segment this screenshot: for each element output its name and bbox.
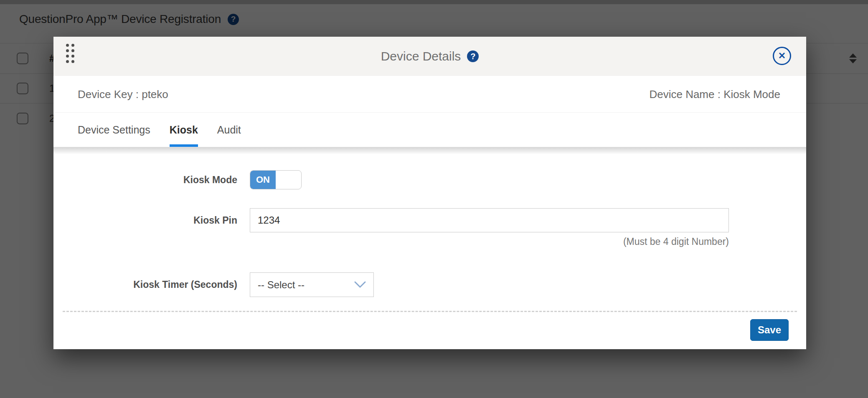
tabbar-shadow (53, 147, 806, 154)
device-key-label: Device Key : pteko (78, 76, 168, 113)
tab-kiosk[interactable]: Kiosk (170, 113, 198, 147)
device-name-label: Device Name : Kiosk Mode (649, 76, 780, 113)
kiosk-timer-value: -- Select -- (258, 279, 305, 291)
close-icon[interactable] (773, 47, 791, 65)
kiosk-pin-input[interactable] (250, 208, 729, 232)
kiosk-timer-label: Kiosk Timer (Seconds) (53, 272, 237, 297)
modal-help-icon[interactable] (467, 50, 479, 62)
kiosk-pin-label: Kiosk Pin (53, 208, 237, 232)
save-button[interactable]: Save (750, 319, 789, 341)
tab-audit[interactable]: Audit (217, 113, 241, 147)
device-info-band: Device Key : pteko Device Name : Kiosk M… (53, 76, 806, 113)
kiosk-mode-toggle[interactable]: ON (250, 170, 302, 189)
toggle-on-segment: ON (250, 171, 276, 189)
footer-divider (63, 311, 797, 312)
modal-tabs: Device Settings Kiosk Audit (78, 113, 241, 147)
modal-title-wrap: Device Details (53, 37, 806, 76)
kiosk-pin-hint: (Must be 4 digit Number) (250, 236, 729, 247)
kiosk-timer-select[interactable]: -- Select -- (250, 272, 374, 297)
tab-device-settings[interactable]: Device Settings (78, 113, 150, 147)
modal-header: Device Details (53, 37, 806, 76)
screen: QuestionPro App™ Device Registration # 1… (0, 0, 868, 398)
kiosk-mode-label: Kiosk Mode (53, 170, 237, 189)
modal-title: Device Details (381, 49, 461, 63)
chevron-down-icon (354, 279, 366, 291)
device-details-modal: Device Details Device Key : pteko Device… (53, 37, 806, 349)
